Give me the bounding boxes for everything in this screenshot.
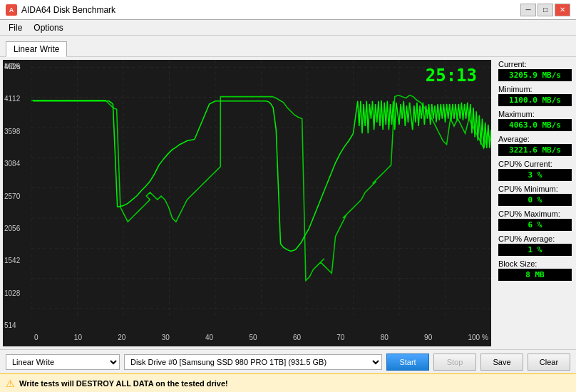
- stat-cpu-minimum-value: 0 %: [498, 194, 572, 206]
- x-label-10: 100 %: [468, 334, 488, 345]
- x-label-5: 50: [249, 334, 257, 345]
- stat-average-value: 3221.6 MB/s: [498, 144, 572, 156]
- y-label-7: 1028: [4, 289, 30, 297]
- y-label-4: 2570: [4, 192, 30, 200]
- window-title: AIDA64 Disk Benchmark: [21, 5, 115, 15]
- window-controls: ─ □ ✕: [520, 4, 570, 16]
- stat-cpu-maximum: CPU% Maximum: 6 %: [498, 210, 572, 231]
- warning-text: Write tests will DESTROY ALL DATA on the…: [19, 379, 228, 388]
- y-label-5: 2056: [4, 225, 30, 232]
- y-label-3: 3084: [4, 160, 30, 167]
- stat-cpu-maximum-label: CPU% Maximum:: [498, 210, 572, 218]
- stat-minimum-value: 1100.0 MB/s: [498, 94, 572, 106]
- stat-cpu-current-label: CPU% Current:: [498, 160, 572, 168]
- chart-svg: [31, 60, 491, 332]
- stat-cpu-minimum-label: CPU% Minimum:: [498, 185, 572, 193]
- x-label-7: 70: [336, 334, 344, 345]
- stat-cpu-current-value: 3 %: [498, 169, 572, 181]
- x-label-3: 30: [162, 334, 170, 345]
- x-label-1: 10: [74, 334, 82, 345]
- stat-block-size-label: Block Size:: [498, 259, 572, 268]
- stats-panel: Current: 3205.9 MB/s Minimum: 1100.0 MB/…: [494, 57, 576, 349]
- stat-cpu-minimum: CPU% Minimum: 0 %: [498, 185, 572, 206]
- chart-plot-area: [31, 60, 491, 332]
- stat-average: Average: 3221.6 MB/s: [498, 135, 572, 156]
- stat-maximum-label: Maximum:: [498, 110, 572, 118]
- y-label-1: 4112: [4, 95, 30, 103]
- x-label-0: 0: [34, 334, 38, 345]
- menu-file[interactable]: File: [3, 21, 28, 34]
- app-icon: A: [6, 4, 17, 16]
- stat-block-size: Block Size: 8 MB: [498, 259, 572, 281]
- stat-cpu-average-value: 1 %: [498, 244, 572, 256]
- x-label-8: 80: [381, 334, 389, 345]
- stat-current-label: Current:: [498, 60, 572, 68]
- start-button[interactable]: Start: [386, 354, 429, 371]
- save-button[interactable]: Save: [480, 354, 523, 371]
- y-label-8: 514: [4, 321, 30, 329]
- stat-cpu-average: CPU% Average: 1 %: [498, 234, 572, 256]
- chart-x-labels: 0 10 20 30 40 50 60 70 80 90 100 %: [31, 332, 491, 346]
- x-label-6: 60: [293, 334, 301, 345]
- test-type-dropdown[interactable]: Linear Write: [6, 354, 120, 370]
- clear-button[interactable]: Clear: [528, 354, 570, 371]
- y-label-6: 1542: [4, 257, 30, 264]
- stat-current-value: 3205.9 MB/s: [498, 69, 572, 81]
- stat-minimum-label: Minimum:: [498, 85, 572, 93]
- stat-average-label: Average:: [498, 135, 572, 143]
- title-bar: A AIDA64 Disk Benchmark ─ □ ✕: [0, 0, 576, 20]
- close-button[interactable]: ✕: [555, 4, 570, 16]
- stat-cpu-maximum-value: 6 %: [498, 219, 572, 231]
- x-label-2: 20: [118, 334, 125, 345]
- stat-cpu-average-label: CPU% Average:: [498, 234, 572, 243]
- menu-options[interactable]: Options: [28, 21, 68, 34]
- stat-minimum: Minimum: 1100.0 MB/s: [498, 85, 572, 106]
- stat-current: Current: 3205.9 MB/s: [498, 60, 572, 81]
- main-area: MB/s 25:13 4626 4112 3598 3084 2570 2056…: [0, 57, 576, 349]
- y-label-0: 4626: [4, 63, 30, 71]
- stat-maximum-value: 4063.0 MB/s: [498, 119, 572, 131]
- stat-cpu-current: CPU% Current: 3 %: [498, 160, 572, 181]
- stat-maximum: Maximum: 4063.0 MB/s: [498, 110, 572, 131]
- stat-block-size-value: 8 MB: [498, 269, 572, 281]
- tab-linear-write[interactable]: Linear Write: [6, 41, 67, 57]
- y-label-2: 3598: [4, 128, 30, 135]
- menu-bar: File Options: [0, 20, 576, 36]
- minimize-button[interactable]: ─: [520, 4, 536, 16]
- drive-dropdown[interactable]: Disk Drive #0 [Samsung SSD 980 PRO 1TB] …: [124, 354, 382, 370]
- stop-button[interactable]: Stop: [433, 354, 476, 371]
- chart-y-labels: 4626 4112 3598 3084 2570 2056 1542 1028 …: [3, 60, 31, 332]
- tab-bar: Linear Write: [0, 36, 576, 57]
- maximize-button[interactable]: □: [538, 4, 553, 16]
- x-label-9: 90: [424, 334, 432, 345]
- warning-bar: ⚠ Write tests will DESTROY ALL DATA on t…: [0, 373, 576, 392]
- warning-icon: ⚠: [6, 378, 15, 389]
- x-label-4: 40: [205, 334, 213, 345]
- chart-container: MB/s 25:13 4626 4112 3598 3084 2570 2056…: [3, 60, 491, 346]
- bottom-controls: Linear Write Disk Drive #0 [Samsung SSD …: [0, 349, 576, 373]
